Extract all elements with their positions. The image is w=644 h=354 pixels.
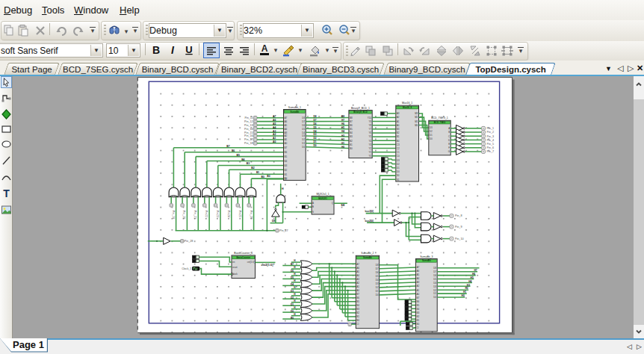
svg-text:A4: A4: [285, 128, 288, 131]
svg-text:Y5: Y5: [369, 135, 372, 138]
svg-text:BasicCounter_1: BasicCounter_1: [234, 252, 253, 255]
svg-text:M1: M1: [415, 120, 418, 123]
svg-text:D3: D3: [313, 133, 316, 136]
svg-text:D4: D4: [313, 130, 316, 133]
svg-text:SumaBit_2: SumaBit_2: [361, 252, 374, 255]
svg-text:Pin_20: Pin_20: [182, 211, 185, 219]
svg-text:D3: D3: [302, 134, 305, 137]
svg-text:Mux16_8: Mux16_8: [403, 106, 412, 109]
svg-text:Mux16_1: Mux16_1: [402, 102, 412, 105]
svg-text:D1: D1: [302, 142, 305, 145]
svg-text:B1: B1: [350, 143, 353, 146]
svg-text:S1: S1: [397, 178, 400, 181]
svg-text:A0: A0: [285, 142, 288, 145]
svg-text:A1: A1: [285, 138, 288, 141]
svg-text:H2: H2: [341, 138, 344, 141]
svg-text:B0: B0: [416, 323, 419, 326]
svg-text:B: B: [448, 131, 450, 134]
svg-text:A5: A5: [356, 270, 359, 273]
svg-text:CI: CI: [356, 323, 359, 326]
svg-text:Y7: Y7: [369, 128, 372, 131]
svg-text:B7: B7: [226, 145, 229, 148]
svg-text:H7: H7: [474, 269, 477, 272]
svg-text:BasicCounter: BasicCounter: [236, 256, 251, 259]
svg-text:D3: D3: [291, 290, 294, 293]
svg-text:H0: H0: [462, 294, 465, 297]
svg-text:H3: H3: [341, 134, 344, 137]
svg-text:C3: C3: [397, 143, 400, 146]
svg-text:B4: B4: [416, 308, 419, 311]
svg-text:Pin_27: Pin_27: [279, 229, 288, 232]
svg-text:B4: B4: [356, 304, 359, 307]
svg-text:B4: B4: [285, 160, 288, 163]
svg-text:D0: D0: [433, 296, 436, 299]
svg-text:Pin_5: Pin_5: [487, 143, 494, 146]
svg-text:M3: M3: [415, 112, 418, 115]
svg-text:D6: D6: [433, 274, 436, 277]
svg-text:H7: H7: [341, 119, 344, 122]
svg-text:D4: D4: [376, 279, 379, 282]
svg-text:Pin25: Pin25: [238, 211, 241, 217]
svg-text:Pin_1: Pin_1: [487, 127, 494, 130]
svg-text:Y2: Y2: [369, 147, 372, 150]
svg-text:MUX2X1: MUX2X1: [318, 197, 327, 200]
svg-text:D0: D0: [430, 137, 433, 140]
svg-text:B0: B0: [350, 147, 353, 150]
svg-text:B3: B3: [397, 128, 400, 131]
svg-text:SumaBit: SumaBit: [291, 111, 300, 114]
svg-text:CI: CI: [347, 320, 350, 323]
svg-text:A0: A0: [273, 140, 276, 143]
svg-text:D8: D8: [272, 220, 275, 223]
svg-text:B4: B4: [241, 158, 244, 161]
svg-text:B0: B0: [267, 175, 270, 178]
svg-text:A2: A2: [273, 133, 276, 136]
svg-text:Y3: Y3: [369, 143, 372, 146]
svg-text:E: E: [448, 143, 450, 146]
svg-text:reset: reset: [232, 266, 238, 269]
svg-text:Y9: Y9: [369, 120, 372, 123]
svg-text:A2: A2: [285, 134, 288, 137]
svg-text:B2: B2: [416, 315, 419, 318]
svg-text:Pin_17: Pin_17: [244, 138, 253, 141]
svg-text:bus2[0]: bus2[0]: [365, 220, 374, 223]
svg-text:A6: A6: [356, 267, 359, 270]
svg-text:M2: M2: [415, 116, 418, 119]
svg-text:B7: B7: [350, 120, 353, 123]
svg-text:Pin_12: Pin_12: [244, 120, 253, 123]
svg-text:B2: B2: [356, 311, 359, 314]
svg-text:Pin24: Pin24: [227, 211, 230, 217]
svg-text:B2: B2: [251, 167, 254, 170]
svg-text:B5: B5: [237, 154, 240, 157]
svg-text:D1: D1: [376, 290, 379, 293]
svg-text:B7: B7: [285, 146, 288, 149]
svg-text:F: F: [448, 146, 450, 149]
svg-text:A4: A4: [356, 274, 359, 277]
svg-text:Pin_11: Pin_11: [244, 117, 253, 119]
svg-text:A3: A3: [273, 130, 276, 133]
svg-text:B2: B2: [397, 131, 400, 134]
svg-text:D3: D3: [430, 126, 433, 129]
svg-text:H1: H1: [341, 142, 344, 145]
svg-text:D5: D5: [291, 276, 294, 279]
svg-text:D1: D1: [433, 292, 436, 295]
svg-text:B8: B8: [350, 117, 353, 119]
svg-text:D4: D4: [302, 131, 305, 134]
svg-text:H6: H6: [472, 273, 475, 276]
svg-text:SumaBit: SumaBit: [422, 259, 431, 262]
svg-text:C2: C2: [397, 147, 400, 150]
svg-text:B4: B4: [350, 131, 353, 134]
svg-text:D1: D1: [313, 140, 316, 143]
svg-text:S: S: [312, 211, 314, 214]
svg-text:A1: A1: [356, 285, 359, 288]
svg-text:H: H: [282, 187, 284, 190]
svg-text:Pin_21: Pin_21: [193, 211, 196, 219]
svg-text:A0: A0: [416, 293, 419, 296]
svg-text:Pin_14: Pin_14: [244, 128, 253, 131]
svg-text:B1: B1: [256, 171, 259, 174]
svg-text:S0: S0: [397, 174, 400, 177]
svg-text:A1: A1: [397, 120, 400, 123]
svg-text:BCD_7SEG: BCD_7SEG: [434, 121, 446, 124]
svg-text:H1: H1: [463, 291, 466, 294]
svg-text:B0: B0: [356, 319, 359, 322]
svg-text:A7: A7: [416, 266, 419, 269]
